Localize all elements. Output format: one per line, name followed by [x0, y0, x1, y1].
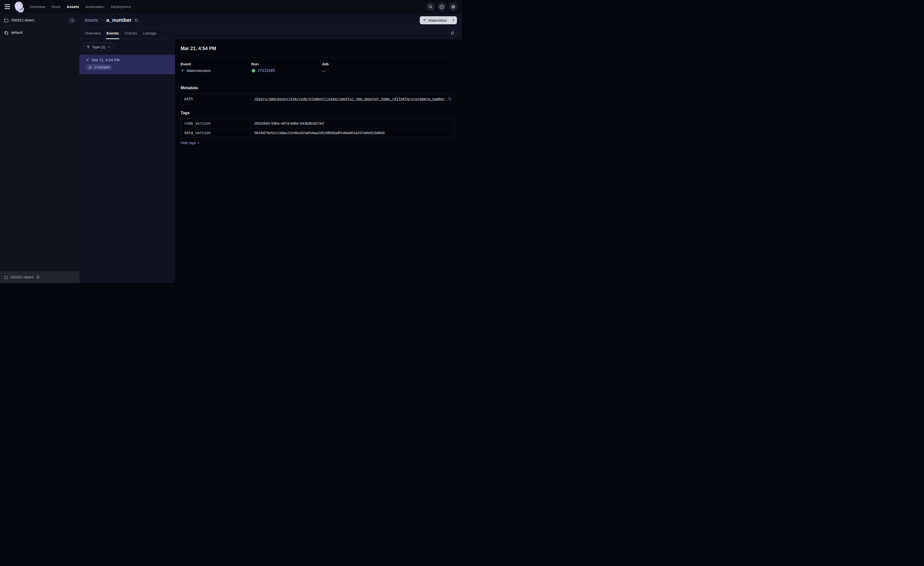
run-id-label: 2fd32b85 [94, 65, 110, 69]
run-id-link[interactable]: 2fd32b85 [258, 69, 275, 73]
success-check-icon [251, 69, 256, 73]
breadcrumb-assets-link[interactable]: Assets [84, 18, 98, 23]
table-end-cell [450, 94, 454, 104]
help-button[interactable]: ? [438, 2, 446, 11]
metadata-value-cell: /Users/smackesey/stm/code/elementl/exper… [250, 94, 450, 104]
sync-icon[interactable] [36, 275, 40, 279]
tab-lineage[interactable]: Lineage [142, 31, 157, 39]
asset-group-icon [4, 30, 9, 35]
event-type-value: Materialization [181, 69, 251, 73]
refresh-button[interactable] [448, 29, 456, 37]
metadata-heading: Metadata [181, 86, 455, 90]
filter-icon [86, 45, 90, 49]
nav-item-overview[interactable]: Overview [30, 5, 45, 9]
folder-icon [4, 275, 8, 279]
tags-heading: Tags [181, 110, 455, 115]
gear-icon [451, 5, 456, 9]
event-list-item-selected[interactable]: Mar 21, 4:54 PM 2fd32b85 [80, 55, 175, 74]
tab-events[interactable]: Events [106, 31, 120, 39]
asset-count-badge: 1 [69, 18, 75, 23]
event-detail-panel: Mar 21, 4:54 PM Event Run Job Materializ… [175, 39, 462, 283]
tag-value: 2fd32b85-59be-4d7d-8d6e-943b6b3d73cf [254, 121, 324, 126]
sidebar-item-label: default [11, 30, 22, 35]
run-id-chip[interactable]: 2fd32b85 [86, 64, 112, 71]
metadata-table: path /Users/smackesey/stm/code/elementl/… [181, 93, 455, 104]
materialize-button[interactable]: Materialize [420, 18, 450, 23]
sidebar-item-250321-dvers[interactable]: 250321-dvers 1 [0, 14, 80, 27]
event-type-label: Materialization [187, 69, 211, 73]
type-filter-dropdown[interactable]: Type (2) [83, 43, 114, 51]
primary-nav: Overview Runs Assets Automation Deployme… [30, 5, 131, 9]
nav-item-deployment[interactable]: Deployment [111, 5, 131, 9]
nav-item-assets[interactable]: Assets [67, 5, 79, 9]
search-button[interactable] [426, 2, 435, 11]
tab-overview[interactable]: Overview [84, 31, 101, 39]
chevron-down-icon [107, 45, 111, 48]
run-column-label: Run [251, 62, 322, 66]
table-row: data_version 5816d76e51c13dac22e3fa182a6… [181, 128, 454, 137]
nav-item-runs[interactable]: Runs [52, 5, 60, 9]
sidebar-item-default-group[interactable]: default [0, 27, 80, 38]
job-column-label: Job [322, 62, 455, 66]
materialize-dropdown-button[interactable]: ▾ [450, 19, 457, 22]
path-link[interactable]: /Users/smackesey/stm/code/elementl/exper… [254, 97, 445, 101]
run-target-icon [88, 66, 92, 69]
settings-button[interactable] [449, 2, 458, 11]
asset-tabs: Overview Events Checks Lineage [80, 27, 462, 39]
event-detail-title: Mar 21, 4:54 PM [181, 45, 455, 52]
chevron-right-icon [100, 18, 104, 22]
dagster-logo-icon[interactable] [14, 1, 25, 12]
materialize-split-button: Materialize ▾ [420, 16, 457, 24]
event-column-label: Event [181, 62, 251, 66]
asset-name-title: a_number [106, 17, 132, 23]
table-row: code_version 2fd32b85-59be-4d7d-8d6e-943… [181, 119, 454, 128]
tag-key: code_version [181, 119, 250, 128]
event-timestamp: Mar 21, 4:54 PM [92, 58, 120, 62]
metadata-key: path [181, 94, 250, 104]
search-icon [428, 5, 433, 9]
hamburger-menu-icon[interactable] [3, 2, 12, 11]
folder-icon [4, 18, 9, 23]
divider [181, 57, 455, 58]
sidebar-item-label: 250321-dvers [11, 18, 66, 23]
sidebar-footer: 250321-dvers [0, 271, 80, 283]
event-fact-grid: Event Run Job Materialization [181, 62, 455, 73]
tag-key: data_version [181, 128, 250, 137]
caret-down-icon: ▾ [453, 19, 454, 22]
breadcrumb: Assets a_number [80, 14, 462, 27]
table-row: path /Users/smackesey/stm/code/elementl/… [181, 94, 454, 104]
help-icon: ? [440, 5, 444, 9]
nav-item-automation[interactable]: Automation [86, 5, 104, 9]
top-nav-actions: ? [426, 2, 458, 11]
tab-checks[interactable]: Checks [124, 31, 138, 39]
filter-label: Type (2) [92, 45, 105, 49]
hide-tags-label: Hide tags [181, 141, 196, 145]
asset-header: Assets a_number [80, 14, 462, 39]
copy-icon [134, 18, 138, 23]
svg-text:?: ? [441, 5, 442, 8]
job-value: — [322, 69, 455, 73]
hide-tags-link[interactable]: Hide tags ▲ [181, 141, 200, 145]
code-location-label: 250321-dvers [10, 275, 33, 279]
materialization-sparkle-icon [86, 58, 90, 62]
tags-table: code_version 2fd32b85-59be-4d7d-8d6e-943… [181, 119, 455, 137]
refresh-icon [450, 31, 454, 35]
materialize-label: Materialize [429, 18, 447, 23]
top-nav: Overview Runs Assets Automation Deployme… [0, 0, 462, 14]
event-list-panel: Type (2) Mar 21, 4:54 PM [80, 39, 175, 283]
run-value: 2fd32b85 [251, 69, 322, 73]
materialization-sparkle-icon [423, 18, 427, 23]
copy-asset-name-button[interactable] [134, 18, 138, 23]
code-location-sidebar: 250321-dvers 1 default 250321-dvers [0, 14, 80, 283]
caret-up-icon: ▲ [197, 142, 200, 144]
tag-value: 5816d76e51c13dac22e3fa182a654aa2d526fb50… [254, 131, 384, 135]
materialization-sparkle-icon [181, 69, 185, 73]
